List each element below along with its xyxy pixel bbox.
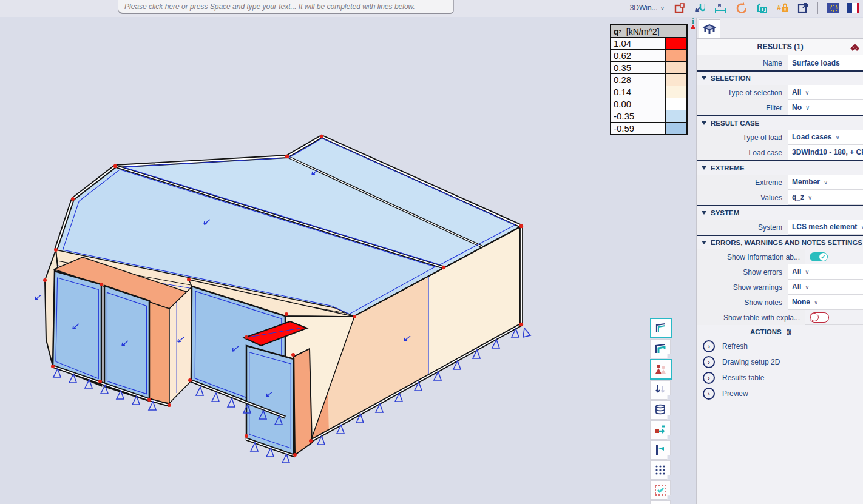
model-3d: [0, 17, 696, 504]
type-of-load-dropdown[interactable]: Load cases∨: [788, 130, 863, 145]
legend-swatch: [665, 38, 686, 49]
legend-row: 0.28: [611, 73, 686, 86]
action-results-table[interactable]: › Results table: [697, 370, 863, 386]
results-tab[interactable]: [699, 19, 720, 38]
type-of-selection-dropdown[interactable]: All∨: [788, 85, 863, 100]
selection-people-icon: [654, 363, 668, 375]
fit-view-icon[interactable]: [797, 2, 809, 14]
panel-title: RESULTS (1): [697, 42, 863, 51]
property-row: Filter No∨: [697, 100, 863, 115]
action-arrow-icon: ›: [703, 340, 715, 352]
action-arrow-icon: ›: [703, 372, 715, 384]
filter-dropdown[interactable]: No∨: [788, 100, 863, 115]
view-dropdown[interactable]: 3DWin... ∨: [630, 4, 665, 12]
database-icon: [654, 404, 667, 416]
ucs-icon[interactable]: [694, 2, 706, 14]
legend-swatch: [665, 123, 686, 134]
property-row: Show Information ab... ✓: [697, 249, 863, 264]
svg-text:#: #: [777, 3, 782, 12]
show-table-toggle[interactable]: [810, 312, 829, 323]
member-frame-icon: [654, 322, 668, 334]
field-label: Name: [697, 55, 788, 70]
legend-unit: [kN/m^2]: [626, 27, 660, 36]
collapse-triangle-icon: [702, 166, 706, 170]
view-button-member-frame[interactable]: [650, 318, 672, 338]
section-extreme[interactable]: EXTREME: [697, 161, 863, 175]
view-button-member-frame-alt[interactable]: [650, 339, 671, 358]
grid-snap-lock-icon[interactable]: #: [776, 2, 788, 14]
top-toolbar: 3DWin... ∨ #: [630, 0, 863, 16]
values-dropdown[interactable]: q_z∨: [788, 190, 863, 205]
chevron-down-icon: ∨: [805, 269, 809, 275]
property-row: Show warnings All∨: [697, 280, 863, 295]
legend-swatch: [665, 98, 686, 110]
property-row: Type of load Load cases∨: [697, 130, 863, 145]
view-button-marked-selection[interactable]: [650, 480, 671, 500]
view-button-section-arrow[interactable]: [650, 440, 671, 460]
property-row: Show notes None∨: [697, 295, 863, 310]
panel-title-bar: RESULTS (1): [697, 39, 863, 55]
section-selection[interactable]: SELECTION: [697, 72, 863, 85]
action-drawing-setup-2d[interactable]: › Drawing setup 2D: [697, 354, 863, 370]
model-viewport[interactable]: [0, 17, 696, 504]
system-dropdown[interactable]: LCS mesh element∨: [788, 220, 863, 235]
refresh-icon[interactable]: [735, 2, 747, 14]
results-3d-icon: [702, 22, 717, 36]
chevron-down-icon: ∨: [814, 299, 818, 306]
view-button-database[interactable]: [650, 400, 671, 420]
show-information-toggle[interactable]: ✓: [810, 252, 828, 261]
legend-row: 0.00: [611, 98, 686, 110]
clipping-box-icon[interactable]: [673, 2, 685, 14]
legend-header: qz [kN/m^2]: [611, 25, 686, 37]
show-errors-dropdown[interactable]: All∨: [788, 264, 863, 280]
view-toolbar: [650, 318, 672, 504]
legend-row: -0.35: [611, 110, 686, 122]
view-button-double-arrow[interactable]: [650, 380, 671, 400]
eu-flag-icon[interactable]: [827, 2, 839, 14]
chevron-down-icon: ∨: [808, 194, 812, 201]
chevron-down-icon: ∨: [824, 179, 828, 186]
show-notes-dropdown[interactable]: None∨: [788, 295, 863, 310]
legend-swatch: [665, 110, 686, 122]
section-result-case[interactable]: RESULT CASE: [697, 116, 863, 130]
legend-swatch: [665, 86, 686, 98]
extreme-dropdown[interactable]: Member∨: [788, 175, 863, 190]
action-refresh[interactable]: › Refresh: [697, 338, 863, 354]
info-icon[interactable]: i: [689, 18, 697, 29]
load-case-dropdown[interactable]: 3DWind10 - 180, + CPE: [788, 145, 863, 160]
top-bar: Please click here or press Space and typ…: [0, 0, 863, 17]
collapse-triangle-icon: [702, 211, 706, 215]
pin-panel-icon[interactable]: [850, 41, 860, 53]
name-value[interactable]: Surface loads: [788, 55, 863, 70]
property-row: Show errors All∨: [697, 264, 863, 280]
double-arrow-icon: [654, 384, 667, 396]
view-button-selection-people[interactable]: [650, 359, 672, 380]
fr-flag-icon[interactable]: [847, 2, 859, 14]
legend-row: 0.14: [611, 86, 686, 98]
section-errors-warnings[interactable]: ERRORS, WARNINGS AND NOTES SETTINGS: [697, 236, 863, 249]
legend-swatch: [665, 62, 686, 73]
collapse-triangle-icon: [702, 121, 706, 125]
view-button-load-point[interactable]: [650, 420, 671, 440]
view-button-dots-grid[interactable]: [650, 460, 671, 480]
measure-icon[interactable]: [714, 2, 726, 14]
toolbar-separator: [817, 2, 818, 14]
chevron-down-icon: ∨: [805, 104, 810, 111]
properties-panel: RESULTS (1) Name Surface loads SELECTION…: [696, 18, 863, 504]
legend-row: 1.04: [611, 37, 686, 49]
legend-swatch: [665, 50, 686, 61]
property-row: Show table with expla...: [697, 310, 863, 325]
section-arrow-icon: [654, 444, 667, 456]
command-input[interactable]: Please click here or press Space and typ…: [118, 0, 454, 14]
section-system[interactable]: SYSTEM: [697, 206, 863, 220]
show-warnings-dropdown[interactable]: All∨: [788, 280, 863, 295]
property-row: Extreme Member∨: [697, 175, 863, 190]
legend-row: 0.35: [611, 61, 686, 73]
view-lock-icon[interactable]: [756, 2, 768, 14]
legend-symbol: q: [614, 27, 619, 36]
view-button-layers[interactable]: [650, 500, 671, 504]
legend-swatch: [665, 74, 686, 86]
action-preview[interactable]: › Preview: [697, 386, 863, 402]
actions-expand-icon[interactable]: ⟩⟩⟩: [787, 328, 791, 336]
marked-selection-icon: [654, 484, 667, 496]
